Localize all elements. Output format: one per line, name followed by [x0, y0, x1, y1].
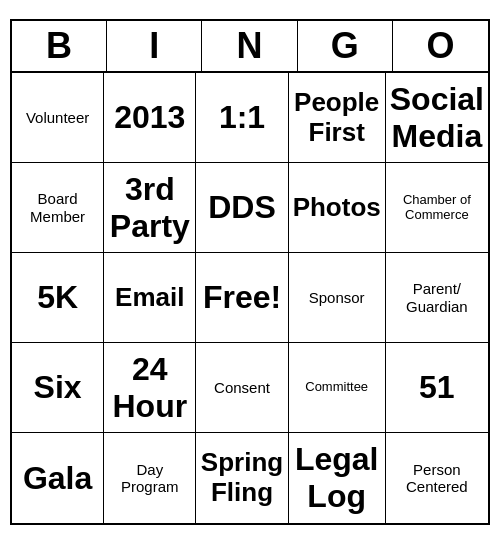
cell-text-4: Social Media	[390, 81, 484, 155]
cell-text-20: Gala	[23, 460, 92, 497]
cell-text-3: People First	[293, 88, 381, 148]
header-letter-i: I	[107, 21, 202, 71]
cell-text-19: 51	[419, 369, 455, 406]
cell-text-13: Sponsor	[309, 289, 365, 306]
bingo-card: BINGO Volunteer20131:1People FirstSocial…	[10, 19, 490, 525]
cell-text-23: Legal Log	[293, 441, 381, 515]
cell-text-11: Email	[115, 283, 184, 313]
cell-text-12: Free!	[203, 279, 281, 316]
cell-text-9: Chamber of Commerce	[390, 193, 484, 223]
bingo-grid: Volunteer20131:1People FirstSocial Media…	[12, 73, 488, 523]
bingo-cell-20: Gala	[12, 433, 104, 523]
bingo-cell-19: 51	[386, 343, 488, 433]
cell-text-16: 24 Hour	[108, 351, 191, 425]
bingo-cell-17: Consent	[196, 343, 288, 433]
bingo-header: BINGO	[12, 21, 488, 73]
bingo-cell-24: Person Centered	[386, 433, 488, 523]
cell-text-8: Photos	[293, 193, 381, 223]
cell-text-22: Spring Fling	[200, 448, 283, 508]
bingo-cell-12: Free!	[196, 253, 288, 343]
bingo-cell-0: Volunteer	[12, 73, 104, 163]
cell-text-24: Person Centered	[390, 461, 484, 496]
cell-text-18: Committee	[305, 380, 368, 395]
header-letter-b: B	[12, 21, 107, 71]
bingo-cell-9: Chamber of Commerce	[386, 163, 488, 253]
cell-text-5: Board Member	[16, 190, 99, 225]
bingo-cell-1: 2013	[104, 73, 196, 163]
cell-text-15: Six	[34, 369, 82, 406]
bingo-cell-13: Sponsor	[289, 253, 386, 343]
bingo-cell-18: Committee	[289, 343, 386, 433]
cell-text-2: 1:1	[219, 99, 265, 136]
bingo-cell-22: Spring Fling	[196, 433, 288, 523]
cell-text-21: Day Program	[108, 461, 191, 496]
header-letter-o: O	[393, 21, 488, 71]
bingo-cell-16: 24 Hour	[104, 343, 196, 433]
bingo-cell-14: Parent/ Guardian	[386, 253, 488, 343]
bingo-cell-2: 1:1	[196, 73, 288, 163]
bingo-cell-4: Social Media	[386, 73, 488, 163]
cell-text-10: 5K	[37, 279, 78, 316]
header-letter-n: N	[202, 21, 297, 71]
bingo-cell-10: 5K	[12, 253, 104, 343]
cell-text-0: Volunteer	[26, 109, 89, 126]
bingo-cell-5: Board Member	[12, 163, 104, 253]
cell-text-7: DDS	[208, 189, 276, 226]
cell-text-14: Parent/ Guardian	[390, 280, 484, 315]
cell-text-1: 2013	[114, 99, 185, 136]
bingo-cell-6: 3rd Party	[104, 163, 196, 253]
bingo-cell-11: Email	[104, 253, 196, 343]
cell-text-6: 3rd Party	[108, 171, 191, 245]
bingo-cell-8: Photos	[289, 163, 386, 253]
bingo-cell-3: People First	[289, 73, 386, 163]
header-letter-g: G	[298, 21, 393, 71]
cell-text-17: Consent	[214, 379, 270, 396]
bingo-cell-7: DDS	[196, 163, 288, 253]
bingo-cell-21: Day Program	[104, 433, 196, 523]
bingo-cell-15: Six	[12, 343, 104, 433]
bingo-cell-23: Legal Log	[289, 433, 386, 523]
